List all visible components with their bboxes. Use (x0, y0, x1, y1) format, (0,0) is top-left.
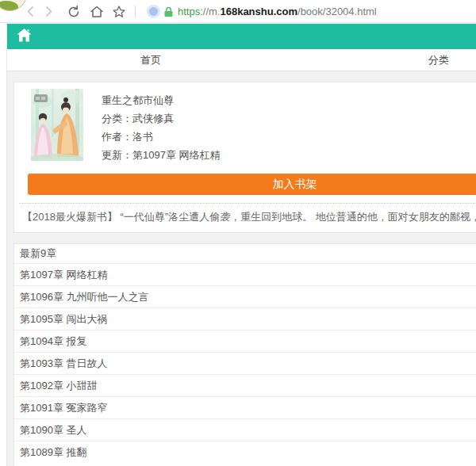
floating-avatar-icon (0, 0, 27, 11)
book-cover-image (31, 89, 83, 161)
url-domain: 168kanshu.com (220, 6, 298, 17)
book-description: 【2018最火爆新书】 “一代仙尊”洛尘遭人偷袭，重生回到地球。 地位普通的他，… (22, 210, 476, 224)
address-bar[interactable]: https://m.168kanshu.com/book/32004.html (178, 0, 377, 23)
book-meta: 重生之都市仙尊 分类：武侠修真 作者：洛书 更新：第1097章 网络杠精 (102, 89, 221, 164)
home-icon[interactable] (17, 29, 32, 45)
book-description-section: 【2018最火爆新书】 “一代仙尊”洛尘遭人偷袭，重生回到地球。 地位普通的他，… (19, 203, 476, 232)
chapter-link[interactable]: 第1097章 网络杠精 (14, 263, 476, 285)
nav-home[interactable]: 首页 (7, 53, 295, 67)
nav-category[interactable]: 分类 (295, 53, 476, 67)
chapter-link[interactable]: 第1093章 昔日故人 (14, 352, 476, 374)
latest-chapters-card: 最新9章 第1097章 网络杠精 第1096章 九州听他一人之言 第1095章 … (13, 243, 476, 466)
chapter-link[interactable]: 第1096章 九州听他一人之言 (14, 285, 476, 307)
webpage: 首页 分类 (6, 24, 476, 466)
chapter-link[interactable]: 第1090章 圣人 (14, 418, 476, 441)
site-header (7, 24, 476, 49)
browser-toolbar: https://m.168kanshu.com/book/32004.html (0, 0, 476, 23)
bookmark-star-icon[interactable] (112, 5, 125, 18)
main-nav: 首页 分类 (7, 49, 476, 71)
add-to-shelf-button[interactable]: 加入书架 (28, 174, 476, 195)
chapter-link[interactable]: 第1092章 小甜甜 (14, 374, 476, 396)
url-path: /book/32004.html (298, 6, 377, 17)
page-content: 重生之都市仙尊 分类：武侠修真 作者：洛书 更新：第1097章 网络杠精 加入书… (7, 71, 476, 466)
chapter-link[interactable]: 第1095章 闯出大祸 (14, 307, 476, 330)
forward-icon[interactable] (42, 5, 56, 18)
secure-lock-icon[interactable] (163, 6, 177, 20)
url-scheme: https (178, 6, 200, 17)
avatar-decoration (0, 1, 18, 11)
section-gap (7, 233, 476, 243)
book-info-card: 重生之都市仙尊 分类：武侠修真 作者：洛书 更新：第1097章 网络杠精 加入书… (13, 82, 476, 233)
book-title: 重生之都市仙尊 (102, 91, 221, 109)
chapter-link[interactable]: 第1089章 推翻 (14, 441, 476, 463)
back-icon[interactable] (24, 5, 37, 18)
book-category: 分类：武侠修真 (102, 109, 221, 128)
url-separator: ://m. (200, 6, 220, 17)
book-latest-update: 更新：第1097章 网络杠精 (102, 146, 221, 164)
chapter-link[interactable]: 第1094章 报复 (14, 330, 476, 352)
chapter-link[interactable]: 第1091章 冤家路窄 (14, 396, 476, 418)
book-author: 作者：洛书 (102, 128, 221, 146)
site-info-icon[interactable] (149, 7, 158, 16)
toolbar-divider (135, 6, 136, 17)
home-toolbar-icon[interactable] (90, 5, 103, 18)
refresh-icon[interactable] (67, 5, 80, 18)
book-top-section: 重生之都市仙尊 分类：武侠修真 作者：洛书 更新：第1097章 网络杠精 (14, 82, 476, 164)
chapters-header: 最新9章 (14, 244, 476, 263)
